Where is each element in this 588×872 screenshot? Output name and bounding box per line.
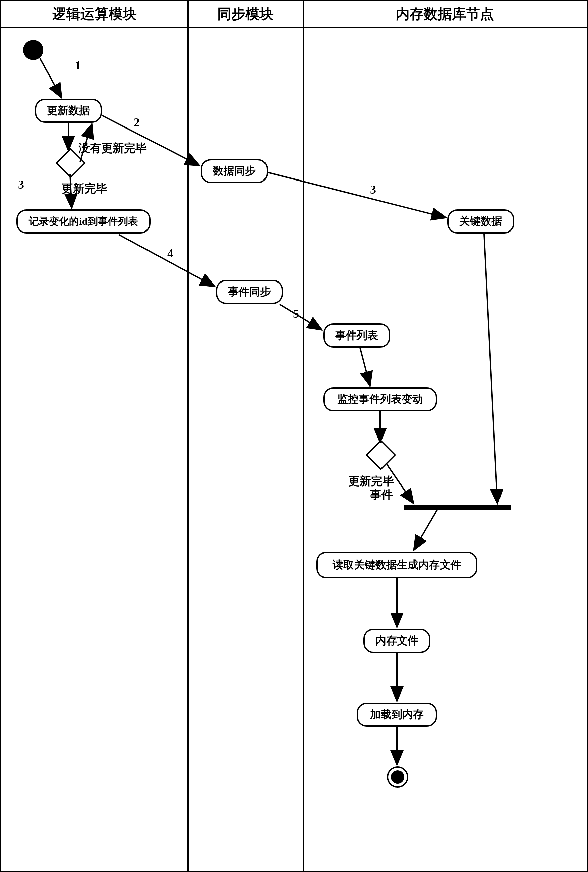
activity-event-sync: 事件同步 <box>216 280 283 304</box>
lane-header-memdb: 内存数据库节点 <box>303 2 586 28</box>
edge-label-3b: 3 <box>370 182 376 197</box>
initial-node <box>23 40 43 60</box>
svg-line-1 <box>40 59 62 98</box>
lane-label-memdb: 内存数据库节点 <box>396 5 494 24</box>
final-node <box>387 766 408 788</box>
activity-key-data: 关键数据 <box>447 209 514 233</box>
activity-event-list: 事件列表 <box>323 323 390 347</box>
activity-update-data: 更新数据 <box>35 99 102 123</box>
arrows-svg <box>2 2 586 870</box>
activity-load-mem: 加载到内存 <box>357 702 437 727</box>
svg-line-12 <box>484 233 498 504</box>
edge-label-3a: 3 <box>18 177 24 192</box>
edge-label-2: 2 <box>134 116 140 129</box>
lane-label-logic: 逻辑运算模块 <box>52 5 137 24</box>
activity-mem-file: 内存文件 <box>363 629 430 653</box>
activity-monitor-event: 监控事件列表变动 <box>323 387 437 411</box>
sync-bar-join <box>404 505 511 510</box>
guard-complete-event-line2: 事件 <box>370 487 393 502</box>
activity-data-sync: 数据同步 <box>201 159 268 183</box>
activity-read-key-data: 读取关键数据生成内存文件 <box>316 552 477 579</box>
svg-line-9 <box>360 347 370 386</box>
lane-divider-1 <box>188 2 189 870</box>
decision-event-complete <box>366 440 396 471</box>
svg-line-6 <box>268 173 446 218</box>
svg-line-13 <box>414 510 437 550</box>
guard-complete: 更新完毕 <box>62 181 107 196</box>
edge-label-5: 5 <box>293 307 299 321</box>
edge-label-1: 1 <box>75 59 81 72</box>
activity-diagram: 逻辑运算模块 同步模块 内存数据库节点 更新数据 记录变化的id到事件列表 数据… <box>0 0 588 872</box>
activity-record-change: 记录变化的id到事件列表 <box>16 209 150 233</box>
lane-header-logic: 逻辑运算模块 <box>2 2 188 28</box>
edge-label-4: 4 <box>167 246 173 260</box>
lane-header-sync: 同步模块 <box>188 2 303 28</box>
svg-line-8 <box>280 304 322 330</box>
lane-divider-2 <box>303 2 304 870</box>
svg-line-7 <box>118 235 215 287</box>
lane-label-sync: 同步模块 <box>217 5 273 24</box>
guard-not-complete: 没有更新完毕 <box>78 141 147 156</box>
